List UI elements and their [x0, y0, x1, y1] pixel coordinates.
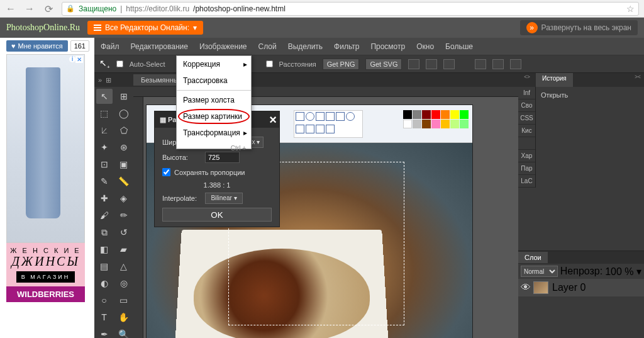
slice-tool[interactable]: ▣: [116, 157, 132, 172]
reload-button[interactable]: ⟳: [43, 3, 54, 14]
history-brush-tool[interactable]: ↺: [116, 225, 132, 240]
secure-label: Защищено: [79, 4, 116, 13]
move-tool[interactable]: ↖: [96, 89, 113, 104]
collapse-right-icon[interactable]: ><: [631, 73, 644, 87]
align-icon-1[interactable]: [408, 59, 419, 69]
like-button[interactable]: ♥ Мне нравится: [6, 40, 68, 52]
align-icon-5[interactable]: [492, 59, 504, 69]
info-par[interactable]: Пар: [518, 162, 535, 175]
marquee-ellipse-tool[interactable]: ◯: [116, 106, 132, 121]
lasso-tool[interactable]: ⟀: [96, 123, 113, 138]
collapse-left-icon[interactable]: <>: [518, 73, 536, 87]
menu-edit[interactable]: Редактирование: [131, 42, 188, 51]
gradient-tool[interactable]: ▤: [96, 259, 113, 274]
dd-transform[interactable]: Трансформация▸: [177, 125, 251, 141]
forward-button[interactable]: →: [24, 3, 35, 14]
stamp-tool[interactable]: ⧉: [96, 225, 113, 240]
editors-dropdown[interactable]: Все Редакторы Онлайн: ▾: [87, 21, 203, 35]
opacity-value[interactable]: 100 % ▾: [605, 266, 641, 278]
get-svg-button[interactable]: Get SVG: [365, 59, 402, 70]
get-png-button[interactable]: Get PNG: [323, 59, 360, 70]
ad-close-icon[interactable]: ✕: [75, 56, 83, 63]
menu-layer[interactable]: Слой: [258, 42, 277, 51]
eyedropper-tool[interactable]: ✎: [96, 174, 113, 189]
zoom-tool[interactable]: 🔍: [116, 327, 132, 338]
crop-tool[interactable]: ⊡: [96, 157, 113, 172]
info-sidebar: Inf Сво CSS Кис Хар Пар LaC: [518, 87, 536, 188]
info-svo[interactable]: Сво: [518, 99, 535, 112]
fullscreen-button[interactable]: » Развернуть на весь экран: [520, 20, 638, 35]
distances-label: Расстояния: [279, 60, 316, 68]
wand-tool[interactable]: ✦: [96, 140, 113, 155]
dd-shortcut-row[interactable]: Ctrl +: [177, 141, 251, 149]
info-lac[interactable]: LaC: [518, 175, 535, 188]
auto-select-checkbox[interactable]: [116, 60, 123, 67]
bookmark-icon[interactable]: ☆: [626, 4, 635, 14]
ok-button[interactable]: OK: [162, 208, 272, 222]
menu-image[interactable]: Изображение: [199, 42, 247, 51]
dodge-tool[interactable]: ○: [96, 293, 113, 308]
info-har[interactable]: Хар: [518, 150, 535, 162]
tab-icon[interactable]: ⊞: [106, 76, 111, 84]
dd-canvas-size[interactable]: Размер холста: [177, 92, 251, 108]
heal-tool[interactable]: ✚: [96, 191, 113, 206]
pencil-tool[interactable]: ✏: [116, 208, 132, 223]
type-tool[interactable]: T: [96, 310, 113, 325]
patch-tool[interactable]: ◈: [116, 191, 132, 206]
hand-tool[interactable]: ✋: [116, 310, 132, 325]
dd-correction[interactable]: Коррекция▸: [177, 56, 251, 72]
address-bar[interactable]: 🔒 Защищено | https://editor.0lik.ru/phot…: [62, 2, 639, 16]
keep-ratio-checkbox[interactable]: [162, 168, 170, 176]
marquee-tool[interactable]: ⬚: [96, 106, 113, 121]
info-inf[interactable]: Inf: [518, 87, 535, 99]
burger-icon: [94, 25, 101, 31]
right-panels: <> История >< Inf Сво CSS Кис Хар Пар La…: [518, 73, 644, 338]
align-icon-6[interactable]: [510, 59, 521, 69]
dd-image-size[interactable]: Размер картинки: [177, 108, 251, 125]
menu-filter[interactable]: Фильтр: [334, 42, 359, 51]
menu-view[interactable]: Просмотр: [370, 42, 405, 51]
shape-tool[interactable]: ▭: [116, 293, 132, 308]
info-kis[interactable]: Кис: [518, 125, 535, 137]
menu-file[interactable]: Файл: [101, 42, 119, 51]
distances-checkbox[interactable]: [266, 60, 273, 67]
menu-more[interactable]: Больше: [445, 42, 473, 51]
layers-panel: Слои Normal Непрозр: 100 % ▾ 👁 Layer 0: [518, 251, 644, 296]
history-item-open[interactable]: Открыть: [541, 89, 639, 101]
artboard-tool[interactable]: ⊞: [116, 89, 132, 104]
like-widget: ♥ Мне нравится 161: [6, 40, 89, 52]
menu-select[interactable]: Выделить: [288, 42, 323, 51]
ad-brand[interactable]: WILDBERRIES: [6, 286, 85, 302]
blend-mode-select[interactable]: Normal: [521, 266, 558, 277]
layers-tab[interactable]: Слои: [518, 252, 548, 263]
menu-window[interactable]: Окно: [416, 42, 434, 51]
interpolate-select[interactable]: Bilinear ▾: [205, 193, 243, 204]
sponge-tool[interactable]: ◎: [116, 276, 132, 291]
ruler-tool[interactable]: 📏: [116, 174, 132, 189]
dd-separator: [177, 90, 251, 91]
dd-tracing[interactable]: Трассировка: [177, 72, 251, 89]
tab-arrow-icon[interactable]: »: [98, 76, 102, 84]
ad-text-block[interactable]: Ж Е Н С К И Е ДЖИНСЫ В МАГАЗИН: [6, 243, 85, 286]
blur-tool[interactable]: ◐: [96, 276, 113, 291]
poly-lasso-tool[interactable]: ⬠: [116, 123, 132, 138]
ad-image[interactable]: i ✕: [6, 54, 85, 243]
sharpen-tool[interactable]: △: [116, 259, 132, 274]
brush-tool[interactable]: 🖌: [96, 208, 113, 223]
height-input[interactable]: [205, 152, 240, 163]
bucket-tool[interactable]: ▰: [116, 242, 132, 257]
layer-row-0[interactable]: 👁 Layer 0: [518, 279, 644, 296]
chevron-right-icon: ▸: [243, 60, 247, 69]
visibility-icon[interactable]: 👁: [521, 282, 530, 293]
eraser-tool[interactable]: ◧: [96, 242, 113, 257]
pen-tool[interactable]: ✒: [96, 327, 113, 338]
history-tab[interactable]: История: [536, 73, 573, 87]
align-icon-4[interactable]: [475, 59, 486, 69]
ad-info-icon[interactable]: i: [69, 56, 75, 62]
align-icon-3[interactable]: [443, 59, 455, 69]
align-icon-2[interactable]: [426, 59, 437, 69]
back-button[interactable]: ←: [5, 3, 16, 14]
info-css[interactable]: CSS: [518, 112, 535, 125]
quick-select-tool[interactable]: ⊛: [116, 140, 132, 155]
dialog-close-icon[interactable]: ×: [269, 113, 277, 127]
